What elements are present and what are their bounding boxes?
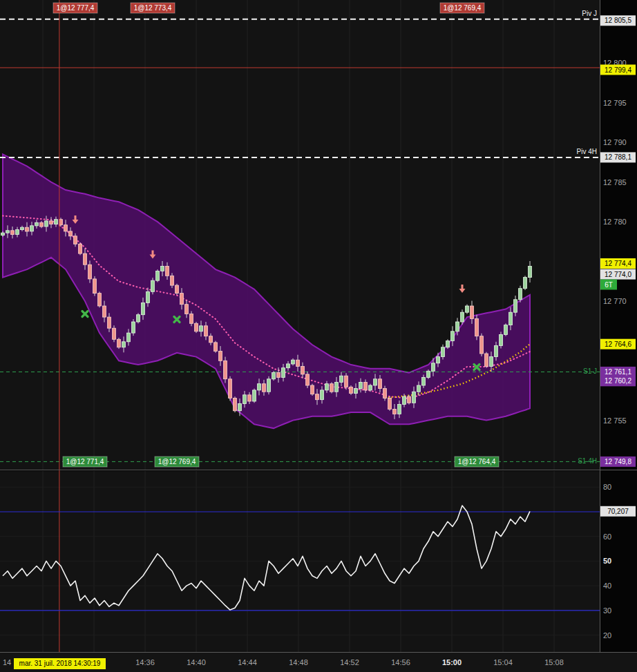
candle-body [354, 389, 358, 394]
candle-body [132, 322, 135, 333]
candle-body [180, 294, 184, 305]
candle-body [122, 342, 126, 347]
price-tick-label: 12 770 [603, 297, 627, 305]
candle-body [277, 373, 281, 378]
candle-body [195, 323, 198, 332]
candle-body [21, 227, 24, 229]
candle-body [412, 392, 416, 403]
candle-body [219, 352, 222, 361]
candle-body [398, 405, 401, 414]
oscillator-tick-label: 20 [603, 631, 611, 640]
candle-body [504, 325, 508, 335]
candle-body [190, 314, 193, 324]
candle-body [137, 315, 140, 322]
candle-body [417, 385, 421, 392]
candle-body [301, 366, 305, 374]
candle-body [224, 361, 227, 378]
candle-body [11, 231, 15, 235]
candle-body [234, 398, 237, 410]
price-axis-box-label: 12 774,4 [605, 260, 631, 267]
candle-body [500, 334, 503, 345]
time-label: 14:36 [135, 658, 155, 666]
candle-body [69, 231, 73, 236]
time-label: 14 [3, 658, 11, 666]
candle-body [117, 339, 121, 347]
candle-body [485, 354, 488, 366]
candle-body [287, 364, 290, 368]
candle-body [296, 360, 300, 366]
price-axis-box-label: 12 774,0 [605, 271, 631, 278]
candle-body [84, 253, 87, 265]
candle-body [166, 267, 169, 276]
candle-body [200, 326, 203, 332]
candle-body [214, 343, 218, 352]
candle-body [519, 289, 522, 300]
candle-body [209, 336, 213, 343]
candle-body [50, 221, 53, 224]
candle-body [40, 222, 44, 227]
candle-body [437, 357, 440, 363]
time-label: 14:44 [238, 658, 257, 666]
candle-body [403, 396, 406, 405]
candle-body [408, 396, 411, 403]
candle-body [470, 306, 474, 318]
candle-body [340, 376, 343, 382]
candle-body [161, 267, 164, 271]
level-label: Piv 4H [577, 148, 597, 155]
candle-body [490, 357, 493, 367]
price-tick-label: 12 795 [603, 99, 627, 107]
level-label: S1 J [583, 367, 597, 375]
candle-body [325, 384, 329, 390]
candle-body [113, 328, 116, 339]
candle-body [422, 378, 426, 386]
candle-body [263, 384, 266, 392]
time-label: 14:56 [391, 658, 410, 666]
candle-body [393, 410, 397, 414]
sell-order-tag-label: 1@12 769,4 [444, 4, 482, 12]
candle-body [103, 306, 106, 317]
candle-body [383, 389, 387, 399]
price-axis-box-label: 12 799,4 [605, 66, 631, 74]
candle-body [6, 231, 10, 233]
candle-body [316, 394, 319, 400]
candle-body [475, 318, 479, 336]
price-tick-label: 12 780 [603, 218, 627, 226]
chart-canvas[interactable]: Piv JPiv 4HS1 JS1 4H1@12 777,41@12 773,4… [0, 0, 637, 672]
time-label: 15:08 [544, 658, 564, 666]
candle-body [306, 374, 310, 385]
trading-app-window: Piv JPiv 4HS1 JS1 4H1@12 777,41@12 773,4… [0, 0, 637, 672]
buy-order-tag-label: 1@12 771,4 [66, 458, 104, 465]
candle-body [267, 379, 271, 392]
candle-body [253, 390, 256, 401]
candle-body [330, 384, 334, 392]
candle-body [127, 333, 131, 342]
price-axis-box-label: 12 760,2 [605, 377, 631, 385]
candle-body [151, 280, 155, 291]
candle-body [282, 368, 285, 378]
candle-body [146, 291, 150, 303]
candle-body [79, 244, 82, 253]
candle-body [16, 230, 19, 235]
candle-body [446, 341, 450, 347]
oscillator-tick-label: 60 [603, 532, 611, 541]
candle-body [480, 336, 484, 354]
candle-body [238, 403, 242, 410]
level-label: Piv J [582, 10, 597, 17]
price-axis-box-label: 12 761,1 [605, 368, 631, 376]
candle-body [156, 271, 160, 280]
candle-body [374, 379, 377, 385]
candle-body [432, 363, 435, 372]
oscillator-tick-label: 50 [603, 557, 611, 565]
candle-body [379, 379, 382, 389]
price-axis-box-label: 6T [605, 281, 613, 289]
time-label: 14:48 [289, 658, 308, 666]
price-tick-label: 12 755 [603, 416, 627, 425]
candle-body [456, 322, 459, 332]
candle-body [514, 300, 517, 312]
candle-body [30, 226, 34, 231]
candle-body [335, 382, 339, 392]
oscillator-tick-label: 30 [603, 606, 611, 615]
candle-body [461, 312, 464, 322]
buy-order-tag-label: 1@12 764,4 [458, 458, 496, 465]
candle-body [26, 227, 29, 231]
